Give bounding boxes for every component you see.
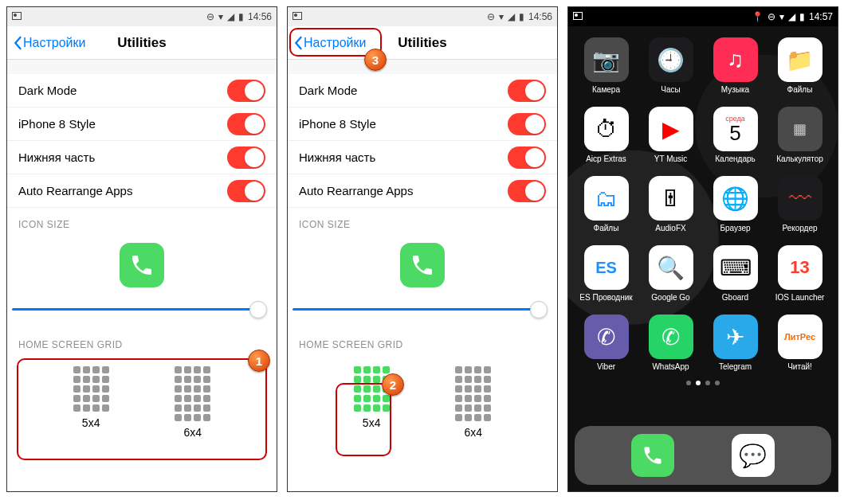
row-iphone8-style[interactable]: iPhone 8 Style xyxy=(288,107,557,141)
back-button[interactable]: Настройки xyxy=(292,36,366,50)
app-aicp[interactable]: ⏱Aicp Extras xyxy=(578,107,634,163)
section-home-grid: HOME SCREEN GRID xyxy=(288,328,557,355)
row-dark-mode[interactable]: Dark Mode xyxy=(288,74,557,107)
toggle-rearrange[interactable] xyxy=(227,180,265,202)
app-recorder[interactable]: 〰Рекордер xyxy=(771,176,828,232)
phone-screenshot-2: ⊖ ▾ ◢ ▮ 14:56 Настройки Utilities Dark M… xyxy=(287,6,558,492)
viber-icon: ✆ xyxy=(584,315,629,359)
ios13-icon: 13 xyxy=(778,245,822,290)
folder-icon: 📁 xyxy=(778,37,822,82)
app-audiofx[interactable]: 🎚AudioFX xyxy=(642,176,699,232)
dock: 💬 xyxy=(575,426,831,485)
wifi-icon: ▾ xyxy=(218,11,223,22)
location-icon: 📍 xyxy=(752,11,764,22)
app-esexplorer[interactable]: ESES Проводник xyxy=(578,245,634,302)
battery-icon: ▮ xyxy=(238,11,244,22)
row-bottom[interactable]: Нижняя часть xyxy=(7,141,277,174)
app-calculator[interactable]: ▦Калькулятор xyxy=(771,107,828,163)
app-ioslauncher[interactable]: 13IOS Launcher xyxy=(771,245,828,302)
callout-badge-3: 3 xyxy=(364,49,387,71)
toggle-bottom[interactable] xyxy=(508,147,546,169)
icon-preview xyxy=(7,235,277,295)
app-clock[interactable]: 🕘Часы xyxy=(642,37,699,94)
camera-icon: 📷 xyxy=(584,37,629,82)
status-bar: 📍 ⊖ ▾ ◢ ▮ 14:57 xyxy=(568,7,838,26)
row-iphone8-style[interactable]: iPhone 8 Style xyxy=(7,107,277,141)
dnd-icon: ⊖ xyxy=(768,11,775,22)
gboard-icon: ⌨ xyxy=(713,245,758,290)
app-whatsapp[interactable]: ✆WhatsApp xyxy=(642,315,699,371)
calculator-icon: ▦ xyxy=(778,107,822,151)
nav-bar: Настройки Utilities xyxy=(7,26,277,60)
row-auto-rearrange[interactable]: Auto Rearrange Apps xyxy=(288,174,557,208)
app-chitai[interactable]: ЛитРесЧитай! xyxy=(771,315,828,371)
callout-badge-1: 1 xyxy=(248,350,270,372)
cell-icon: ◢ xyxy=(227,11,234,22)
icon-preview xyxy=(288,235,557,295)
grid-option-6x4[interactable]: 6x4 xyxy=(455,363,491,439)
back-button[interactable]: Настройки xyxy=(12,36,85,50)
app-viber[interactable]: ✆Viber xyxy=(578,315,634,371)
page-indicator[interactable] xyxy=(568,381,838,385)
cell-icon: ◢ xyxy=(788,11,795,22)
toggle-rearrange[interactable] xyxy=(508,180,546,202)
clock-icon: 🕘 xyxy=(649,37,693,82)
whatsapp-icon: ✆ xyxy=(649,315,693,359)
clock-text: 14:56 xyxy=(248,11,272,22)
clock-text: 14:57 xyxy=(809,11,833,22)
app-ytmusic[interactable]: ▶YT Music xyxy=(642,107,699,163)
section-icon-size: ICON SIZE xyxy=(7,208,277,235)
files-icon: 🗂 xyxy=(584,176,629,221)
telegram-icon: ✈ xyxy=(713,315,758,359)
wifi-icon: ▾ xyxy=(499,11,504,22)
app-googlego[interactable]: 🔍Google Go xyxy=(642,245,699,302)
app-files2[interactable]: 🗂Файлы xyxy=(578,176,634,232)
litres-icon: ЛитРес xyxy=(778,315,822,359)
grid-option-6x4[interactable]: 6x4 xyxy=(175,363,210,439)
dock-phone[interactable] xyxy=(631,434,674,477)
grid-option-5x4[interactable]: 5x4 xyxy=(354,363,390,439)
toggle-bottom[interactable] xyxy=(227,147,265,169)
clock-text: 14:56 xyxy=(528,11,552,22)
nav-bar: Настройки Utilities xyxy=(288,26,557,60)
dnd-icon: ⊖ xyxy=(206,11,214,22)
phone-app-icon xyxy=(120,243,164,287)
dnd-icon: ⊖ xyxy=(487,11,495,22)
toggle-dark-mode[interactable] xyxy=(227,80,265,102)
app-calendar[interactable]: среда5Календарь xyxy=(707,107,764,163)
back-label: Настройки xyxy=(304,36,366,50)
row-dark-mode[interactable]: Dark Mode xyxy=(7,74,277,107)
calendar-icon: среда5 xyxy=(713,107,758,151)
icon-size-slider[interactable] xyxy=(12,308,265,311)
battery-icon: ▮ xyxy=(799,11,805,22)
battery-icon: ▮ xyxy=(519,11,524,22)
app-gboard[interactable]: ⌨Gboard xyxy=(707,245,764,302)
chevron-left-icon xyxy=(12,36,23,50)
app-music[interactable]: ♫Музыка xyxy=(707,37,764,94)
app-telegram[interactable]: ✈Telegram xyxy=(707,315,764,371)
nav-title: Utilities xyxy=(117,35,166,51)
app-camera[interactable]: 📷Камера xyxy=(578,37,634,94)
phone-screenshot-1: ⊖ ▾ ◢ ▮ 14:56 Настройки Utilities Dark M… xyxy=(6,6,277,492)
recorder-icon: 〰 xyxy=(778,176,822,221)
app-browser[interactable]: 🌐Браузер xyxy=(707,176,764,232)
toggle-dark-mode[interactable] xyxy=(508,80,546,102)
row-bottom[interactable]: Нижняя часть xyxy=(288,141,557,174)
audiofx-icon: 🎚 xyxy=(649,176,693,221)
dock-messages[interactable]: 💬 xyxy=(732,434,775,477)
notification-icon xyxy=(292,11,302,22)
notification-icon xyxy=(12,11,22,22)
google-icon: 🔍 xyxy=(649,245,693,290)
grid-option-5x4[interactable]: 5x4 xyxy=(73,363,109,439)
app-files[interactable]: 📁Файлы xyxy=(771,37,828,94)
section-home-grid: HOME SCREEN GRID xyxy=(7,328,277,355)
phone-app-icon xyxy=(400,243,445,287)
icon-size-slider[interactable] xyxy=(292,308,546,311)
status-bar: ⊖ ▾ ◢ ▮ 14:56 xyxy=(288,7,557,26)
nav-title: Utilities xyxy=(398,35,446,51)
toggle-iphone8[interactable] xyxy=(508,113,546,135)
row-auto-rearrange[interactable]: Auto Rearrange Apps xyxy=(7,174,277,208)
toggle-iphone8[interactable] xyxy=(227,113,265,135)
chevron-left-icon xyxy=(292,36,304,50)
browser-icon: 🌐 xyxy=(713,176,758,221)
